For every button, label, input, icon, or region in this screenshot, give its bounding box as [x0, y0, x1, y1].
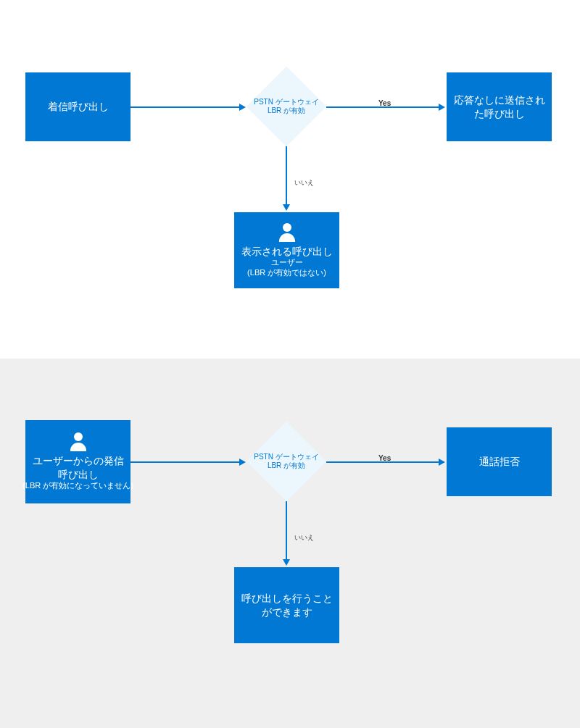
node-label: 呼び出しを行うことができます: [239, 592, 335, 618]
edge-start-to-decision: [130, 106, 239, 108]
flowchart-incoming-call: 着信呼び出し PSTN ゲートウェイ LBR が有効 Yes 応答なしに送信され…: [0, 0, 580, 359]
node-call-displayed: 表示される呼び出し ユーザー (LBR が有効ではない): [234, 212, 339, 288]
edge-start-to-decision: [130, 461, 239, 463]
arrow-head-icon: [283, 204, 290, 211]
node-decision-pstn-lbr: PSTN ゲートウェイ LBR が有効: [246, 422, 326, 501]
edge-label-yes: Yes: [378, 99, 391, 107]
node-label: 応答なしに送信された呼び出し: [451, 93, 547, 120]
arrow-head-icon: [439, 104, 445, 111]
arrow-head-icon: [239, 104, 246, 111]
node-label: 着信呼び出し: [48, 100, 109, 113]
edge-label-yes: Yes: [378, 454, 391, 462]
edge-decision-no: [286, 146, 287, 204]
arrow-head-icon: [283, 559, 290, 566]
node-sub-label: (LBR が有効ではない): [247, 268, 326, 278]
node-decision-pstn-lbr: PSTN ゲートウェイ LBR が有効: [246, 67, 326, 146]
node-label: ユーザーからの発信呼び出し: [30, 454, 126, 480]
edge-label-no: いいえ: [294, 178, 314, 188]
user-icon: [69, 432, 88, 451]
edge-label-no: いいえ: [294, 533, 314, 543]
flowchart-outgoing-call: ユーザーからの発信呼び出し (LBR が有効になっていません) PSTN ゲート…: [0, 359, 580, 728]
node-call-rejected: 通話拒否: [447, 427, 552, 496]
node-call-sent-unanswered: 応答なしに送信された呼び出し: [447, 72, 552, 141]
node-label: 通話拒否: [479, 455, 520, 468]
user-icon: [278, 223, 297, 242]
arrow-head-icon: [439, 459, 445, 466]
node-label: PSTN ゲートウェイ LBR が有効: [254, 98, 319, 115]
node-outgoing-call: ユーザーからの発信呼び出し (LBR が有効になっていません): [25, 420, 130, 503]
node-label: PSTN ゲートウェイ LBR が有効: [254, 453, 319, 470]
arrow-head-icon: [239, 459, 246, 466]
node-sub-label: (LBR が有効になっていません): [22, 481, 133, 491]
node-incoming-call: 着信呼び出し: [25, 72, 130, 141]
node-sub-label: ユーザー: [271, 258, 303, 268]
node-call-can-proceed: 呼び出しを行うことができます: [234, 567, 339, 643]
node-label: 表示される呼び出し: [241, 245, 333, 258]
edge-decision-no: [286, 501, 287, 559]
